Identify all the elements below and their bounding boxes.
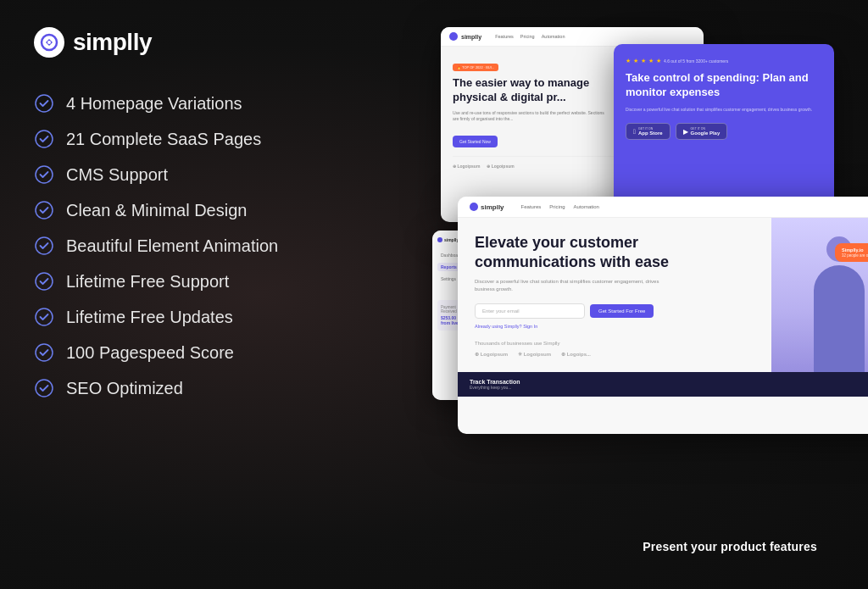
feature-item-clean-design: Clean & Minimal Design (34, 195, 407, 225)
s3-cta-button[interactable]: Get Started For Free (590, 304, 654, 318)
s2-appstore-text: GET IT ON App Store (638, 127, 663, 136)
brand-logo-icon (34, 27, 64, 58)
s1-nav-logo: simplly (449, 32, 481, 41)
feature-text-seo: SEO Optimized (66, 376, 183, 400)
s2-star-3: ★ (641, 58, 646, 64)
s3-nav-icon (470, 203, 478, 211)
s2-star-1: ★ (626, 58, 631, 64)
features-list: 4 Homepage Variations 21 Complete SaaS P… (34, 88, 407, 403)
s1-logo-1: ⊕ Logoipsum (453, 164, 480, 169)
s2-appstore-button[interactable]:  GET IT ON App Store (626, 123, 670, 140)
svg-point-6 (36, 237, 53, 254)
feature-item-homepage-variations: 4 Homepage Variations (34, 88, 407, 119)
svg-point-8 (36, 308, 53, 325)
s3-nav: simplly Features Pricing Automation (458, 197, 868, 218)
page-container: simplly 4 Homepage Variations (0, 0, 868, 589)
s2-apple-icon:  (633, 128, 636, 136)
check-icon-pagespeed (34, 342, 54, 363)
s3-subtext: Discover a powerful live chat solution t… (475, 278, 670, 293)
s2-google-icon: ▶ (683, 128, 688, 136)
feature-text-clean-design: Clean & Minimal Design (66, 198, 247, 222)
svg-point-2 (36, 95, 53, 112)
check-icon-seo (34, 378, 54, 398)
check-icon-animation (34, 236, 54, 256)
s1-logo-2: ⊕ Logoipsum (487, 164, 514, 169)
s3-logo-1: ⊕ Logoipsum (475, 351, 508, 357)
s3-nav-links: Features Pricing Automation (521, 204, 599, 209)
check-icon-free-updates (34, 307, 54, 327)
check-icon-free-support (34, 271, 54, 292)
check-icon-homepage-variations (34, 93, 54, 114)
s3-signin-text: Already using Simplly? Sign In (475, 324, 754, 329)
logo-area: simplly (34, 27, 407, 58)
check-icon-cms-support (34, 164, 54, 185)
s3-logo-2: ✳ Logoipsum (518, 351, 551, 357)
feature-item-seo: SEO Optimized (34, 373, 407, 403)
screenshot-2-purple: ★ ★ ★ ★ ★ 4.6 out of 5 from 3200+ custom… (614, 44, 834, 222)
svg-point-4 (36, 166, 53, 183)
feature-item-complete-pages: 21 Complete SaaS Pages (34, 124, 407, 154)
s3-nav-pricing: Pricing (549, 204, 565, 209)
s1-badge: 🔥 TOP OF 2022 · BUI... (453, 64, 498, 71)
s2-rating-text: 4.6 out of 5 from 3200+ customers (664, 58, 728, 64)
brand-name: simplly (73, 29, 152, 56)
s3-track-title: Track Transaction (470, 379, 520, 385)
feature-text-cms-support: CMS Support (66, 163, 168, 186)
feature-text-homepage-variations: 4 Homepage Variations (66, 92, 242, 115)
s2-app-buttons:  GET IT ON App Store ▶ GET IT ON Google… (626, 123, 822, 140)
feature-item-cms-support: CMS Support (34, 159, 407, 190)
s4-nav-brand: simplly (444, 237, 459, 242)
svg-point-1 (47, 41, 51, 44)
svg-point-7 (36, 273, 53, 290)
s3-nav-features: Features (521, 204, 542, 209)
s2-appstore-label: App Store (638, 131, 663, 136)
s2-rating: ★ ★ ★ ★ ★ 4.6 out of 5 from 3200+ custom… (626, 58, 822, 64)
s2-star-2: ★ (633, 58, 638, 64)
svg-point-3 (36, 131, 53, 147)
s2-subtext: Discover a powerful live chat solution t… (626, 107, 822, 114)
s3-person-bg (771, 218, 868, 372)
svg-point-5 (36, 202, 53, 219)
svg-point-9 (36, 344, 53, 361)
s2-body: ★ ★ ★ ★ ★ 4.6 out of 5 from 3200+ custom… (614, 44, 834, 153)
feature-text-free-support: Lifetime Free Support (66, 269, 229, 293)
s1-nav-icon (449, 32, 458, 41)
feature-item-pagespeed: 100 Pagespeed Score (34, 337, 407, 368)
feature-text-pagespeed: 100 Pagespeed Score (66, 341, 234, 364)
bottom-label: Present your product features (643, 540, 817, 553)
s3-main-area: Elevate your customer communications wit… (458, 218, 771, 372)
s3-track-section: Track Transaction Everything keep you... (458, 372, 868, 397)
check-icon-complete-pages (34, 129, 54, 149)
s3-signin-label: Already using Simplly? (475, 324, 523, 329)
feature-text-free-updates: Lifetime Free Updates (66, 305, 233, 329)
s3-nav-logo: simplly (470, 203, 504, 211)
s3-logos-row: ⊕ Logoipsum ✳ Logoipsum ⊕ Logoips... (475, 351, 754, 357)
left-panel: simplly 4 Homepage Variations (34, 27, 407, 562)
s3-headline: Elevate your customer communications wit… (475, 233, 695, 271)
s1-nav-link-automation: Automation (542, 34, 565, 39)
right-panel: simplly Features Pricing Automation 🔥 TO… (424, 27, 834, 562)
feature-text-complete-pages: 21 Complete SaaS Pages (66, 127, 261, 151)
check-icon-clean-design (34, 200, 54, 220)
feature-text-animation: Beautiful Element Animation (66, 234, 278, 258)
s1-nav-brand: simplly (461, 34, 481, 40)
s1-cta-button[interactable]: Get Started Now (453, 136, 498, 147)
s3-person-body (814, 265, 865, 372)
s3-signin-link[interactable]: Sign In (523, 324, 537, 329)
s3-chat-title: Simplly.io (842, 247, 868, 253)
s2-googleplay-label: Google Play (691, 131, 721, 136)
s3-nav-automation: Automation (574, 204, 599, 209)
s2-googleplay-button[interactable]: ▶ GET IT ON Google Play (676, 123, 728, 140)
s3-logo-3: ⊕ Logoips... (561, 351, 591, 357)
svg-point-10 (36, 380, 53, 397)
s1-nav-link-pricing: Pricing (520, 34, 535, 39)
s3-form-row: Enter your email Get Started For Free (475, 303, 754, 319)
s3-email-input[interactable]: Enter your email (475, 303, 585, 319)
s3-chat-sub: 32 people are online (842, 253, 868, 258)
s1-nav-links: Features Pricing Automation (495, 34, 565, 39)
s2-googleplay-text: GET IT ON Google Play (691, 127, 721, 136)
s3-logos-title: Thousands of businesses use Simplly (475, 341, 754, 346)
s3-track-sub: Everything keep you... (470, 385, 520, 390)
feature-item-free-support: Lifetime Free Support (34, 266, 407, 297)
s3-chat-bubble: Simplly.io 32 people are online (835, 243, 868, 262)
